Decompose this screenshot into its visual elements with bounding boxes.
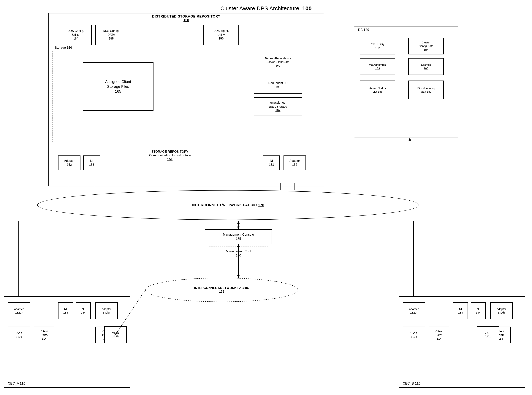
cec-b-box: CEC_B 110 adapter 132c↑ VIOS 112c Client… [399,296,525,388]
io-redundancy-box: IO redundancy data 187 [408,81,444,99]
interconnect-fabric-ellipse: INTERCONNECT/NETWORK FABRIC 170 [37,190,419,220]
client-parta-a-box: Client PartA 114 [34,327,54,343]
dsr-outer-box: DISTRIBUTED STORAGE REPOSITORY 150 DDS C… [48,13,324,187]
cec-a-label: CEC_A 110 [8,382,25,385]
sri-section: STORAGE REPOSITORYCommunication Infrastr… [49,146,324,187]
ni-right-box: NI 153 [263,155,280,170]
db-label: DB 140 [358,28,369,32]
db-outer-box: DB 140 CM_ Utility 182 Cluster Config Da… [354,26,458,138]
adapter-132c-box: adapter 132c↑ [403,302,425,319]
dds-config-data-box: DDS Config. DATA 155 [95,25,127,45]
vios-112a-box: VIOS 112a [8,327,30,343]
svg-marker-8 [237,221,240,224]
cluster-config-data-box: Cluster Config Data 184 [408,38,444,55]
svg-marker-5 [237,275,240,278]
dsr-ref: 150 [49,18,324,22]
sri-label: STORAGE REPOSITORYCommunication Infrastr… [114,150,226,161]
client-parta-c-box: Client PartA 114 [429,327,449,343]
adapter-132d-box: adapter 132d↑ [490,302,513,319]
cec-b-label: CEC_B 110 [403,382,420,385]
adapter-132a-box: adapter 132a↑ [8,302,30,319]
ni-134a1-box: NI 134 [58,302,73,319]
ni-134a2-box: NI 134 [76,302,91,319]
management-tool-box: Management Tool 180 [209,246,268,261]
cm-utility-box: CM_ Utility 182 [360,38,395,55]
backup-redundancy-box: Backup/Redundancy Server/Client Data 169 [254,51,302,73]
ni-left-box: NI 153 [83,155,100,170]
vios-112c-box: VIOS 112c [403,327,425,343]
assigned-client-box: Assigned Client Storage Files 165 [83,62,154,111]
title-ref: 100 [302,5,312,11]
adapter-132b-box: adapter 132b↑ [95,302,118,319]
dots-a: . . . [62,331,72,336]
storage-dashed-box: Storage 160 Assigned Client Storage File… [53,51,248,142]
storage-label: Storage 160 [55,46,72,49]
diagram: Cluster Aware DPS Architecture 100 DISTR… [0,0,532,395]
ni-134c1-box: NI 134 [453,302,468,319]
svg-marker-9 [237,227,240,229]
dsr-label: DISTRIBUTED STORAGE REPOSITORY [49,15,324,18]
active-nodes-box: Active Nodes List 186 [360,81,395,99]
vio-adapter-id-box: vio AdapterID 183 [360,58,395,75]
vios-112d-ext-box: VIOS 112d [477,326,499,343]
client-id-box: ClientID 185 [408,58,444,75]
interconnect-fabric2-ellipse: INTERCONNECT/NETWORK FABRIC172 [145,278,298,302]
fabric-label: INTERCONNECT/NETWORK FABRIC 170 [192,203,264,207]
dots-b: . . . [457,331,467,336]
adapter-right-box: Adapter 152 [284,155,306,170]
fabric2-label: INTERCONNECT/NETWORK FABRIC172 [194,286,249,294]
vios-112b-box: VIOS 112b [104,326,127,343]
dds-mgmt-utility-box: DDS Mgmt. Utility 156 [204,25,239,45]
dds-config-utility-box: DDS Config. Utility 154 [60,25,92,45]
redundant-lu-box: Redundant LU 195 [254,77,302,93]
title-text: Cluster Aware DPS Architecture [220,5,299,11]
ni-134c2-box: NI 134 [471,302,486,319]
adapter-left-box: Adapter 152 [58,155,81,170]
page-title: Cluster Aware DPS Architecture 100 [0,2,532,11]
svg-marker-11 [409,138,411,141]
unassigned-spare-box: unassigned spare storage 167 [254,97,302,116]
management-console-box: Management Console 175 [205,229,272,244]
